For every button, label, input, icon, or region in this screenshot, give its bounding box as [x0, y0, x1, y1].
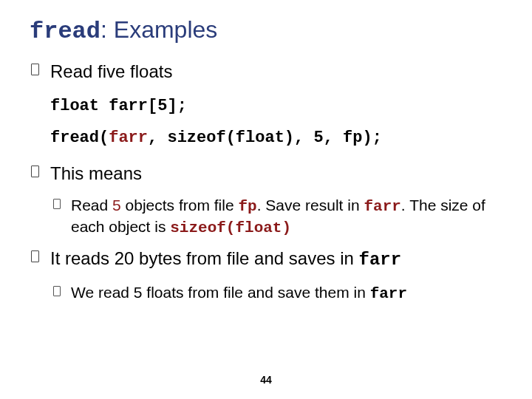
- page-number: 44: [0, 374, 532, 386]
- five: 5: [112, 197, 121, 214]
- title-code: fread: [30, 18, 100, 45]
- farr-1: farr: [364, 198, 400, 215]
- bullet-explain: Read 5 objects from file fp. Save result…: [50, 195, 502, 239]
- title-rest: : Examples: [100, 16, 217, 43]
- bullet-5-floats: We read 5 floats from file and save them…: [50, 282, 502, 304]
- bullet-20-bytes: It reads 20 bytes from file and saves in…: [30, 247, 502, 271]
- code-farr: farr: [109, 129, 148, 147]
- slide-title: fread: Examples: [30, 16, 502, 45]
- code-line-1: float farr[5];: [50, 93, 502, 119]
- slide: fread: Examples Read five floats float f…: [0, 0, 532, 399]
- sizeof-float: sizeof(float): [170, 219, 291, 236]
- code-block: float farr[5]; fread(farr, sizeof(float)…: [30, 93, 502, 151]
- content-list: Read five floats float farr[5]; fread(fa…: [30, 60, 502, 304]
- code-line-2: fread(farr, sizeof(float), 5, fp);: [50, 125, 502, 151]
- farr-2: farr: [359, 250, 402, 270]
- bullet-read-five-floats: Read five floats: [30, 60, 502, 83]
- fp: fp: [238, 198, 256, 215]
- farr-3: farr: [370, 285, 407, 302]
- bullet-this-means: This means: [30, 162, 502, 185]
